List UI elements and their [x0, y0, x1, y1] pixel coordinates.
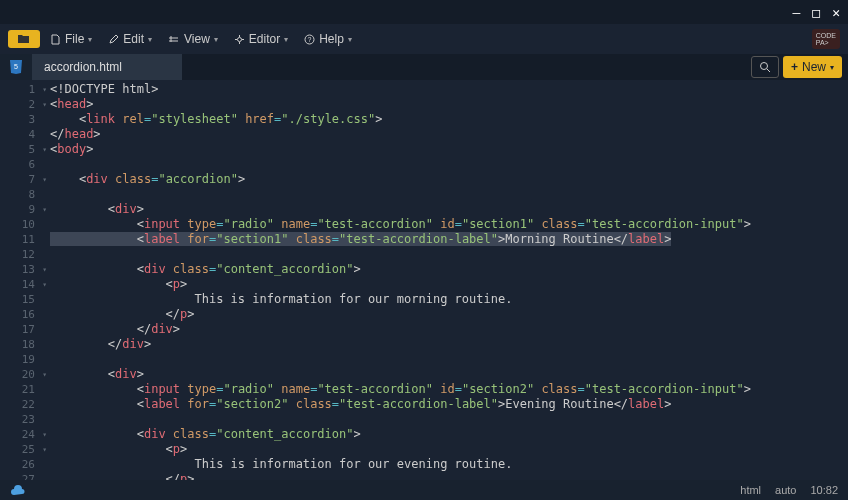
code-line[interactable]: This is information for our morning rout… [50, 292, 848, 307]
menu-help[interactable]: ? Help▾ [298, 28, 358, 50]
folder-icon [17, 33, 31, 45]
line-number: 6 [0, 157, 38, 172]
code-line[interactable]: </p> [50, 472, 848, 480]
code-line[interactable]: </div> [50, 322, 848, 337]
svg-point-0 [237, 37, 241, 41]
line-number: 11 [0, 232, 38, 247]
code-line[interactable]: </head> [50, 127, 848, 142]
menu-file-label: File [65, 32, 84, 46]
svg-text:5: 5 [14, 63, 18, 70]
app-logo: CODE PA> [812, 29, 840, 49]
code-line[interactable]: <head> [50, 97, 848, 112]
line-number: 25 [0, 442, 38, 457]
menubar: File▾ Edit▾ View▾ Editor▾ ? Help▾ CODE P… [0, 24, 848, 54]
line-number: 5 [0, 142, 38, 157]
code-line[interactable]: <label for="section1" class="test-accord… [50, 232, 848, 247]
code-line[interactable] [50, 187, 848, 202]
line-number: 2 [0, 97, 38, 112]
code-line[interactable]: <body> [50, 142, 848, 157]
code-line[interactable]: <link rel="stylesheet" href="./style.css… [50, 112, 848, 127]
menu-help-label: Help [319, 32, 344, 46]
line-number: 10 [0, 217, 38, 232]
menu-view-label: View [184, 32, 210, 46]
line-number: 15 [0, 292, 38, 307]
close-button[interactable]: ✕ [832, 5, 840, 20]
svg-text:?: ? [308, 36, 312, 43]
code-editor[interactable]: 1234567891011121314151617181920212223242… [0, 80, 848, 480]
line-gutter: 1234567891011121314151617181920212223242… [0, 80, 38, 480]
tab-accordion-html[interactable]: accordion.html [32, 54, 183, 80]
minimize-button[interactable]: — [793, 5, 801, 20]
line-number: 7 [0, 172, 38, 187]
code-line[interactable]: <label for="section2" class="test-accord… [50, 397, 848, 412]
pencil-icon [108, 34, 119, 45]
titlebar: — □ ✕ [0, 0, 848, 24]
code-line[interactable]: <div class="accordion"> [50, 172, 848, 187]
search-icon [759, 61, 771, 73]
line-number: 8 [0, 187, 38, 202]
new-button[interactable]: + New ▾ [783, 56, 842, 78]
code-area[interactable]: <!DOCTYPE html><head> <link rel="stylesh… [38, 80, 848, 480]
code-line[interactable] [50, 352, 848, 367]
line-number: 9 [0, 202, 38, 217]
line-number: 18 [0, 337, 38, 352]
code-line[interactable]: <input type="radio" name="test-accordion… [50, 217, 848, 232]
line-number: 20 [0, 367, 38, 382]
code-line[interactable]: <p> [50, 442, 848, 457]
code-line[interactable]: <!DOCTYPE html> [50, 82, 848, 97]
menu-edit[interactable]: Edit▾ [102, 28, 158, 50]
line-number: 16 [0, 307, 38, 322]
line-number: 23 [0, 412, 38, 427]
tab-label: accordion.html [44, 60, 122, 74]
line-number: 1 [0, 82, 38, 97]
layers-icon [168, 35, 180, 44]
menu-file[interactable]: File▾ [44, 28, 98, 50]
line-number: 22 [0, 397, 38, 412]
cloud-icon[interactable] [10, 485, 26, 496]
status-cursor[interactable]: 10:82 [810, 484, 838, 496]
svg-point-4 [760, 63, 767, 70]
code-line[interactable] [50, 247, 848, 262]
line-number: 21 [0, 382, 38, 397]
code-line[interactable]: </p> [50, 307, 848, 322]
code-line[interactable]: <p> [50, 277, 848, 292]
search-button[interactable] [751, 56, 779, 78]
line-number: 24 [0, 427, 38, 442]
code-line[interactable]: <div> [50, 202, 848, 217]
status-mode[interactable]: auto [775, 484, 796, 496]
code-line[interactable]: <div> [50, 367, 848, 382]
code-line[interactable]: <input type="radio" name="test-accordion… [50, 382, 848, 397]
line-number: 17 [0, 322, 38, 337]
statusbar: html auto 10:82 [0, 480, 848, 500]
new-button-label: New [802, 60, 826, 74]
maximize-button[interactable]: □ [812, 5, 820, 20]
line-number: 12 [0, 247, 38, 262]
code-line[interactable] [50, 157, 848, 172]
code-line[interactable]: <div class="content_accordion"> [50, 262, 848, 277]
status-language[interactable]: html [740, 484, 761, 496]
menu-editor-label: Editor [249, 32, 280, 46]
line-number: 27 [0, 472, 38, 480]
line-number: 4 [0, 127, 38, 142]
file-icon [50, 34, 61, 45]
menu-edit-label: Edit [123, 32, 144, 46]
line-number: 3 [0, 112, 38, 127]
line-number: 13 [0, 262, 38, 277]
line-number: 14 [0, 277, 38, 292]
filetype-html-icon: 5 [0, 54, 32, 80]
menu-editor[interactable]: Editor▾ [228, 28, 294, 50]
help-icon: ? [304, 34, 315, 45]
line-number: 26 [0, 457, 38, 472]
code-line[interactable] [50, 412, 848, 427]
code-line[interactable]: <div class="content_accordion"> [50, 427, 848, 442]
tabbar: 5 accordion.html + New ▾ [0, 54, 848, 80]
code-line[interactable]: </div> [50, 337, 848, 352]
code-line[interactable]: This is information for our evening rout… [50, 457, 848, 472]
menu-view[interactable]: View▾ [162, 28, 224, 50]
line-number: 19 [0, 352, 38, 367]
open-folder-button[interactable] [8, 30, 40, 48]
gear-icon [234, 34, 245, 45]
